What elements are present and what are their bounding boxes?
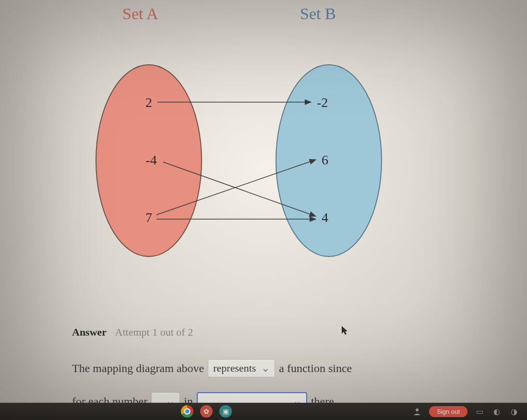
mapping-diagram: 2 -4 7 -2 6 4	[67, 46, 403, 276]
sentence-part-1: The mapping diagram above	[72, 356, 204, 381]
chrome-icon[interactable]	[181, 405, 193, 418]
set-a-label: Set A	[122, 5, 158, 23]
sentence-part-2: a function since	[279, 356, 352, 381]
chevron-down-icon: ⌄	[261, 357, 270, 380]
taskbar-icon-3[interactable]: ◑	[509, 406, 519, 417]
svg-point-0	[416, 408, 419, 411]
taskbar: ✿ ▣ Sign out ▭ ◐ ◑	[0, 403, 527, 420]
taskbar-icon-2[interactable]: ◐	[491, 406, 502, 417]
set-b-value-2: 4	[322, 210, 328, 225]
set-b-label: Set B	[300, 5, 336, 23]
represents-dropdown[interactable]: represents ⌄	[208, 359, 275, 377]
app-icon-red[interactable]: ✿	[200, 405, 213, 418]
taskbar-icon-1[interactable]: ▭	[474, 406, 485, 417]
set-b-value-1: 6	[322, 152, 328, 167]
answer-heading: Answer	[72, 326, 107, 338]
set-a-value-0: 2	[145, 95, 152, 110]
set-b-ellipse	[276, 65, 382, 257]
set-a-value-2: 7	[145, 210, 152, 225]
sign-out-button[interactable]: Sign out	[429, 406, 467, 417]
set-a-value-1: -4	[145, 152, 156, 167]
attempt-text: Attempt 1 out of 2	[115, 326, 193, 338]
app-icon-teal[interactable]: ▣	[219, 405, 232, 418]
set-b-value-0: -2	[317, 95, 328, 110]
user-icon[interactable]	[412, 406, 422, 417]
